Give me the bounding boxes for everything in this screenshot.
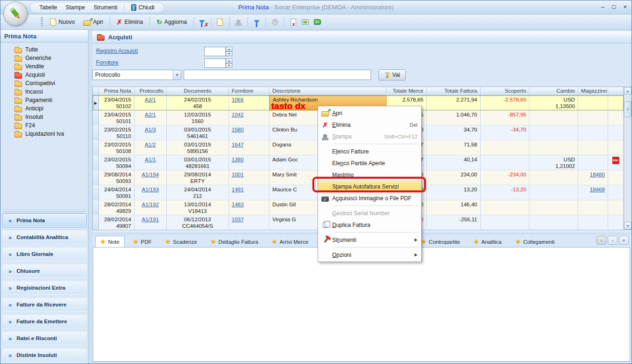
menu-stampe[interactable]: Stampe	[62, 3, 89, 12]
protocollo-link[interactable]: A1/3	[145, 127, 156, 132]
tab-scadenze[interactable]: ★Scadenze	[160, 236, 202, 247]
chevron-down-icon[interactable]: ▼	[173, 70, 181, 80]
toolbar-help-book-button[interactable]	[312, 16, 323, 28]
nav-item-contabilità-analitica[interactable]: »Contabilità Analitica	[2, 230, 87, 244]
menu-item-elimina[interactable]: ✗EliminaDel	[318, 119, 421, 131]
toolbar-grip[interactable]	[41, 17, 43, 27]
sidebar-folder-liquidazioni-iva[interactable]: Liquidazioni Iva	[0, 130, 88, 138]
registro-input[interactable]	[204, 47, 226, 56]
sidebar-folder-vendite[interactable]: Vendite	[0, 62, 88, 71]
search-input[interactable]	[184, 70, 371, 80]
registro-acquisti-link[interactable]: Registro Acquisti	[96, 48, 138, 54]
menu-tabelle[interactable]: Tabelle	[36, 3, 61, 12]
spin-up-icon[interactable]: ▲	[226, 58, 232, 63]
tab-scroll-right-icon[interactable]: ›	[608, 236, 617, 245]
sidebar-folder-f24[interactable]: F24	[0, 121, 88, 130]
protocollo-link[interactable]: A1/191	[142, 217, 159, 222]
scroll-down-icon[interactable]: ▼	[624, 222, 632, 229]
toolbar-new-document-button[interactable]	[215, 16, 226, 28]
fornitore-link[interactable]: 1042	[232, 112, 244, 117]
tab-scroll-left-icon[interactable]: ‹	[596, 236, 606, 245]
tab-contropartite[interactable]: ★Contropartite	[416, 236, 465, 247]
toolbar-button-nuovo[interactable]: Nuovo	[46, 16, 79, 28]
sidebar-folder-acquisti[interactable]: Acquisti	[0, 71, 88, 79]
tab-analitica[interactable]: ★Analitica	[468, 236, 507, 247]
column-header-Totale Merce[interactable]: Totale Merce	[387, 87, 427, 95]
menu-item-elenco-fatture[interactable]: Elenco Fatture	[318, 146, 421, 157]
toolbar-button-elimina[interactable]: ✗Elimina	[112, 17, 147, 27]
menu-item-elenco-partite-aperte[interactable]: Elenco Partite Aperte	[318, 157, 421, 169]
nav-item-distinte-insoluti[interactable]: »Distinte Insoluti	[2, 348, 87, 362]
app-logo-pencil-icon[interactable]	[3, 1, 28, 26]
fornitore-link[interactable]: 1483	[232, 202, 244, 207]
close-button[interactable]: ×	[623, 3, 627, 10]
sidebar-folder-incassi[interactable]: Incassi	[0, 87, 88, 96]
menu-strumenti[interactable]: Strumenti	[89, 3, 121, 12]
fornitore-input[interactable]	[204, 58, 226, 68]
sidebar-folder-anticipi[interactable]: Anticipi	[0, 104, 88, 113]
column-header-blank[interactable]	[608, 87, 624, 95]
column-header-Descrizione[interactable]: Descrizione	[269, 87, 387, 95]
protocollo-link[interactable]: A1/194	[142, 172, 159, 177]
toolbar-window-view-button[interactable]	[300, 16, 311, 28]
nav-item-fatture-da-ricevere[interactable]: »Fatture da Ricevere	[2, 298, 87, 312]
pdf-icon[interactable]	[612, 157, 619, 164]
toolbar-button-apri[interactable]: Apri	[79, 17, 107, 28]
toolbar-remove-filter-button[interactable]	[196, 16, 208, 28]
protocollo-link[interactable]: A1/193	[142, 187, 159, 192]
sidebar-folder-insoluti[interactable]: Insoluti	[0, 113, 88, 121]
column-header-Documento[interactable]: Documento	[167, 87, 229, 95]
grid-vertical-scrollbar[interactable]: ▲ ▼	[624, 87, 632, 230]
sidebar-folder-tutte[interactable]: Tutte	[0, 45, 88, 54]
tab-collegamenti[interactable]: ★Collegamenti	[510, 236, 560, 247]
menu-item-opzioni[interactable]: Opzioni▶	[318, 249, 421, 261]
spin-down-icon[interactable]: ▼	[226, 51, 232, 56]
menu-chiudi[interactable]: Chiudi	[127, 3, 158, 12]
fornitore-link[interactable]: 1037	[232, 217, 244, 222]
column-header-Magazzino[interactable]: Magazzino	[578, 87, 608, 95]
tab-dettaglio-fattura[interactable]: ★Dettaglio Fattura	[205, 236, 263, 247]
column-header-blank[interactable]	[93, 87, 99, 95]
vertical-splitter[interactable]	[89, 30, 92, 364]
sidebar-folder-corrispettivi[interactable]: Corrispettivi	[0, 79, 88, 87]
toolbar-export-document-button[interactable]	[288, 16, 299, 28]
menu-item-strumenti[interactable]: Strumenti▶	[318, 234, 421, 246]
sidebar-splitter[interactable]	[3, 210, 86, 212]
menu-item-mastrino[interactable]: Mastrino	[318, 169, 421, 181]
note-content-panel[interactable]	[93, 247, 630, 362]
tab-pdf[interactable]: ★PDF	[128, 236, 157, 247]
vai-button[interactable]: Vai	[379, 69, 406, 80]
scroll-thumb[interactable]	[624, 101, 632, 117]
search-field-select[interactable]: Protocollo ▼	[92, 70, 181, 80]
nav-item-fatture-da-emettere[interactable]: »Fatture da Emettere	[2, 314, 87, 328]
protocollo-link[interactable]: A1/1	[145, 157, 156, 162]
protocollo-link[interactable]: A2/1	[145, 112, 156, 117]
tab-favorites-icon[interactable]: ♥	[619, 236, 629, 245]
magazzino-link[interactable]: 18480	[590, 172, 605, 177]
nav-item-chiusure[interactable]: »Chiusure	[2, 264, 87, 278]
protocollo-link[interactable]: A3/1	[145, 97, 156, 102]
fornitore-link[interactable]: 1491	[232, 187, 244, 192]
column-header-Totale Fattura[interactable]: Totale Fattura	[427, 87, 481, 95]
protocollo-link[interactable]: A1/192	[142, 202, 159, 207]
column-header-Cambio[interactable]: Cambio	[529, 87, 578, 95]
fornitore-link[interactable]: 1001	[232, 172, 244, 177]
toolbar-button-aggiorna[interactable]: ↻Aggiorna	[152, 17, 191, 27]
nav-item-prima-nota[interactable]: »Prima Nota	[2, 213, 87, 227]
protocollo-link[interactable]: A1/2	[145, 142, 156, 147]
toolbar-filter-button[interactable]	[251, 16, 262, 28]
nav-item-ratei-e-risconti[interactable]: »Ratei e Risconti	[2, 331, 87, 345]
fornitore-link[interactable]: Fornitore	[96, 59, 119, 66]
fornitore-link[interactable]: 1066	[232, 97, 244, 102]
scroll-up-icon[interactable]: ▲	[624, 87, 632, 95]
fornitore-link[interactable]: 1580	[232, 127, 244, 132]
column-header-Fornitore[interactable]: Fornitore	[229, 87, 270, 95]
column-header-Prima Nota[interactable]: Prima Nota	[99, 87, 134, 95]
sidebar-folder-pagamenti[interactable]: Pagamenti	[0, 96, 88, 104]
menu-item-apri[interactable]: Apri	[318, 107, 421, 119]
fornitore-link[interactable]: 1380	[232, 157, 244, 162]
sidebar-folder-generiche[interactable]: Generiche	[0, 54, 88, 62]
column-header-Scoperto[interactable]: Scoperto	[481, 87, 530, 95]
magazzino-link[interactable]: 18468	[590, 187, 605, 192]
tab-note[interactable]: ★Note	[95, 236, 125, 247]
